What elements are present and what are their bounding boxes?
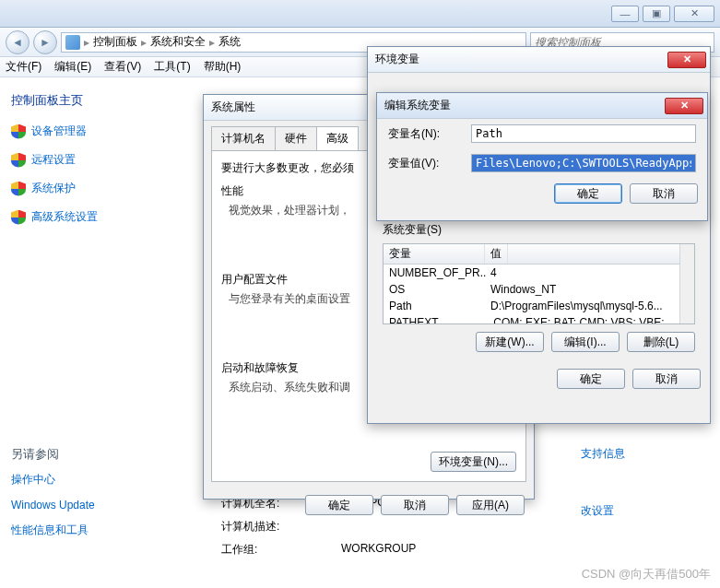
chevron-right-icon: ▸: [209, 36, 215, 49]
table-row[interactable]: PathD:\ProgramFiles\mysql\mysql-5.6...: [384, 298, 694, 314]
see-also-heading: 另请参阅: [11, 446, 173, 463]
new-var-button[interactable]: 新建(W)...: [476, 332, 544, 352]
shield-icon: [11, 182, 26, 196]
sidebar-item-device-manager[interactable]: 设备管理器: [11, 123, 173, 139]
breadcrumb-item[interactable]: 控制面板: [93, 34, 137, 50]
window-titlebar: — ▣ ✕: [0, 0, 720, 28]
dialog-titlebar[interactable]: 环境变量 ✕: [368, 47, 710, 73]
see-also-performance[interactable]: 性能信息和工具: [11, 523, 173, 538]
dialog-title: 系统属性: [211, 100, 255, 115]
menu-tools[interactable]: 工具(T): [154, 59, 190, 75]
cancel-button[interactable]: 取消: [632, 369, 701, 389]
tab-computer-name[interactable]: 计算机名: [211, 126, 276, 150]
info-label: 工作组:: [221, 542, 341, 558]
close-icon[interactable]: ✕: [667, 52, 706, 68]
change-settings-link[interactable]: 改设置: [581, 503, 614, 519]
dialog-title: 环境变量: [375, 52, 419, 67]
table-row[interactable]: PATHEXT.COM;.EXE;.BAT;.CMD;.VBS;.VBE;.: [384, 314, 694, 324]
env-var-button[interactable]: 环境变量(N)...: [431, 452, 516, 472]
info-label: 计算机描述:: [221, 519, 341, 535]
breadcrumb-item[interactable]: 系统和安全: [150, 34, 206, 50]
sidebar-home-link[interactable]: 控制面板主页: [11, 92, 173, 109]
watermark: CSDN @向天再借500年: [582, 566, 711, 582]
col-value[interactable]: 值: [485, 244, 508, 264]
see-also-windows-update[interactable]: Windows Update: [11, 499, 173, 512]
menu-edit[interactable]: 编辑(E): [54, 59, 91, 75]
tab-hardware[interactable]: 硬件: [275, 126, 317, 150]
scrollbar[interactable]: [679, 244, 694, 323]
dialog-titlebar[interactable]: 编辑系统变量 ✕: [377, 93, 707, 119]
table-row[interactable]: NUMBER_OF_PR..4: [384, 265, 694, 281]
var-value-label: 变量值(V):: [388, 156, 462, 171]
close-button[interactable]: ✕: [674, 6, 714, 22]
maximize-button[interactable]: ▣: [643, 6, 670, 22]
var-value-input[interactable]: [471, 154, 696, 172]
edit-variable-dialog: 编辑系统变量 ✕ 变量名(N): 变量值(V): 确定 取消: [376, 92, 708, 221]
ok-button[interactable]: 确定: [305, 495, 373, 515]
ok-button[interactable]: 确定: [554, 183, 622, 204]
chevron-right-icon: ▸: [141, 36, 147, 49]
col-variable[interactable]: 变量: [384, 244, 485, 264]
menu-view[interactable]: 查看(V): [104, 59, 141, 75]
info-value: WORKGROUP: [341, 542, 416, 558]
sys-var-table[interactable]: 变量 值 NUMBER_OF_PR..4 OSWindows_NT PathD:…: [383, 243, 695, 324]
sidebar-item-advanced[interactable]: 高级系统设置: [11, 209, 173, 225]
breadcrumb-item[interactable]: 系统: [218, 34, 241, 50]
shield-icon: [11, 153, 26, 168]
apply-button[interactable]: 应用(A): [456, 495, 525, 515]
shield-icon: [11, 210, 26, 225]
control-panel-icon: [65, 35, 80, 50]
cancel-button[interactable]: 取消: [381, 495, 449, 515]
edit-var-button[interactable]: 编辑(I)...: [551, 332, 620, 352]
tab-advanced[interactable]: 高级: [316, 126, 359, 150]
var-name-label: 变量名(N):: [388, 126, 462, 142]
dialog-title: 编辑系统变量: [384, 98, 451, 113]
table-row[interactable]: OSWindows_NT: [384, 281, 694, 298]
menu-help[interactable]: 帮助(H): [204, 59, 242, 75]
ok-button[interactable]: 确定: [557, 369, 625, 389]
sidebar: 控制面板主页 设备管理器 远程设置 系统保护 高级系统设置 另请参阅 操作中心 …: [0, 77, 184, 588]
close-icon[interactable]: ✕: [665, 98, 703, 114]
back-button[interactable]: ◄: [6, 30, 30, 54]
chevron-right-icon: ▸: [84, 36, 89, 49]
delete-var-button[interactable]: 删除(L): [627, 332, 695, 352]
minimize-button[interactable]: —: [611, 6, 639, 22]
sidebar-item-protection[interactable]: 系统保护: [11, 181, 173, 196]
support-info-link[interactable]: 支持信息: [581, 446, 625, 462]
cancel-button[interactable]: 取消: [630, 183, 698, 204]
sys-var-label: 系统变量(S): [383, 222, 702, 238]
forward-button[interactable]: ►: [33, 30, 57, 54]
see-also-action-center[interactable]: 操作中心: [11, 472, 173, 488]
var-name-input[interactable]: [471, 124, 696, 143]
sidebar-item-remote[interactable]: 远程设置: [11, 152, 173, 168]
menu-file[interactable]: 文件(F): [6, 59, 41, 75]
shield-icon: [11, 124, 26, 139]
